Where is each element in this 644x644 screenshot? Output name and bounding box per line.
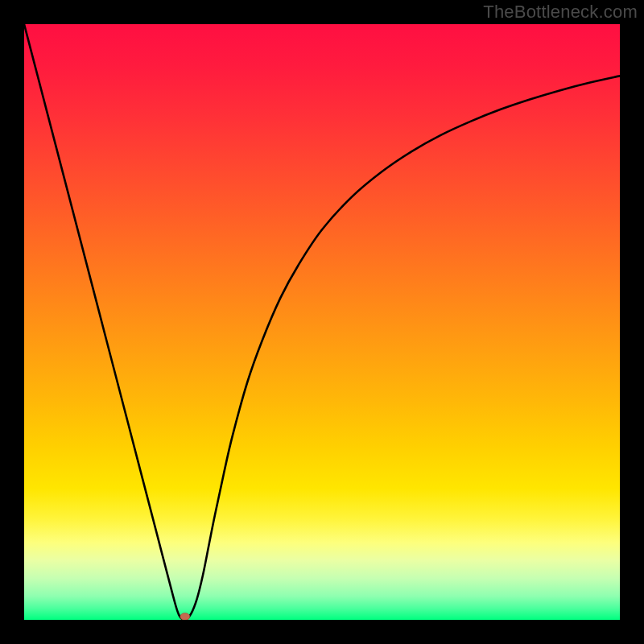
watermark-text: TheBottleneck.com [483, 2, 638, 23]
chart-frame: TheBottleneck.com [0, 0, 644, 644]
background-gradient [24, 24, 620, 620]
svg-rect-0 [24, 24, 620, 620]
plot-area [24, 24, 620, 620]
